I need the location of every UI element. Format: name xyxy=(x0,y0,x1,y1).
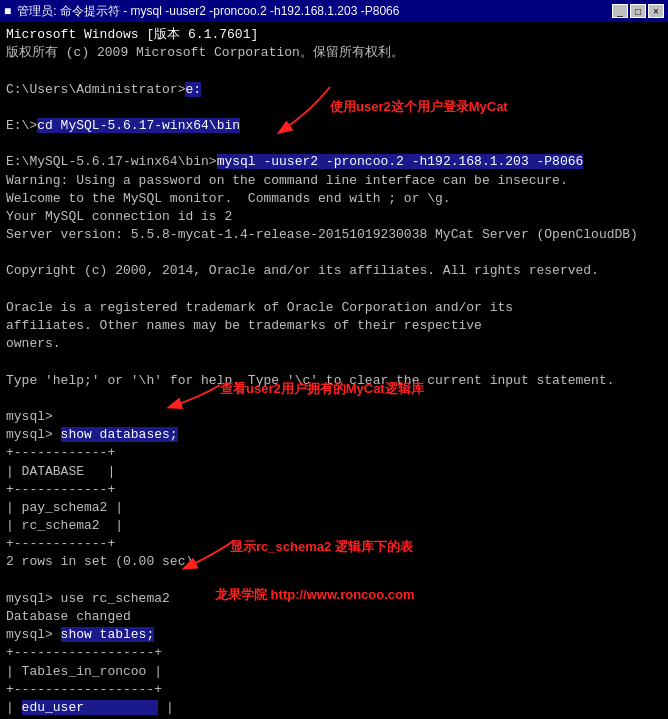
close-button[interactable]: × xyxy=(648,4,664,18)
annotation-show-db: 查看user2用户拥有的MyCat逻辑库 xyxy=(220,380,424,398)
line-1: Microsoft Windows [版本 6.1.7601] xyxy=(6,26,662,44)
line-tables-header: | Tables_in_roncoo | xyxy=(6,663,662,681)
line-oracle3: owners. xyxy=(6,335,662,353)
line-connid: Your MySQL connection id is 2 xyxy=(6,208,662,226)
line-oracle2: affiliates. Other names may be trademark… xyxy=(6,317,662,335)
line-mysql-prompt1: mysql> xyxy=(6,408,662,426)
line-db-rc: | rc_schema2 | xyxy=(6,517,662,535)
line-show-db: mysql> show databases; xyxy=(6,426,662,444)
line-blank-4 xyxy=(6,244,662,262)
cd-cmd-highlight: cd MySQL-5.6.17-winx64\bin xyxy=(37,118,240,133)
line-serverversion: Server version: 5.5.8-mycat-1.4-release-… xyxy=(6,226,662,244)
line-tables-eduuser: | edu_user | xyxy=(6,699,662,717)
title-text: 管理员: 命令提示符 - mysql -uuser2 -proncoo.2 -h… xyxy=(17,3,399,20)
line-db-changed: Database changed xyxy=(6,608,662,626)
line-copyright: Copyright (c) 2000, 2014, Oracle and/or … xyxy=(6,262,662,280)
line-mysql-cmd: E:\MySQL-5.6.17-winx64\bin>mysql -uuser2… xyxy=(6,153,662,171)
line-2: 版权所有 (c) 2009 Microsoft Corporation。保留所有… xyxy=(6,44,662,62)
cmd-icon: ■ xyxy=(4,4,11,18)
line-blank-1 xyxy=(6,62,662,80)
edu-user-highlight: edu_user xyxy=(22,700,159,715)
line-welcome: Welcome to the MySQL monitor. Commands e… xyxy=(6,190,662,208)
line-tables-border1: +------------------+ xyxy=(6,644,662,662)
arrow-show-tables xyxy=(165,532,255,577)
line-db-pay: | pay_schema2 | xyxy=(6,499,662,517)
title-bar-buttons: _ □ × xyxy=(612,4,664,18)
arrow-show-db xyxy=(150,377,240,417)
line-blank-5 xyxy=(6,281,662,299)
line-blank-6 xyxy=(6,353,662,371)
line-warning: Warning: Using a password on the command… xyxy=(6,172,662,190)
terminal: Microsoft Windows [版本 6.1.7601] 版权所有 (c)… xyxy=(0,22,668,719)
minimize-button[interactable]: _ xyxy=(612,4,628,18)
e-cmd-highlight: e: xyxy=(185,82,201,97)
annotation-show-tables: 显示rc_schema2 逻辑库下的表 xyxy=(230,538,413,556)
line-oracle1: Oracle is a registered trademark of Orac… xyxy=(6,299,662,317)
line-db-header: | DATABASE | xyxy=(6,463,662,481)
line-db-border1: +------------+ xyxy=(6,444,662,462)
maximize-button[interactable]: □ xyxy=(630,4,646,18)
arrow-login xyxy=(250,82,370,142)
line-show-tables: mysql> show tables; xyxy=(6,626,662,644)
title-bar: ■ 管理员: 命令提示符 - mysql -uuser2 -proncoo.2 … xyxy=(0,0,668,22)
line-db-border2: +------------+ xyxy=(6,481,662,499)
line-tables-border2: +------------------+ xyxy=(6,681,662,699)
show-databases-highlight: show databases; xyxy=(61,427,178,442)
mysql-cmd-highlight: mysql -uuser2 -proncoo.2 -h192.168.1.203… xyxy=(217,154,584,169)
title-bar-title: ■ 管理员: 命令提示符 - mysql -uuser2 -proncoo.2 … xyxy=(4,3,399,20)
show-tables-highlight: show tables; xyxy=(61,627,155,642)
annotation-roncoo: 龙果学院 http://www.roncoo.com xyxy=(215,586,415,604)
